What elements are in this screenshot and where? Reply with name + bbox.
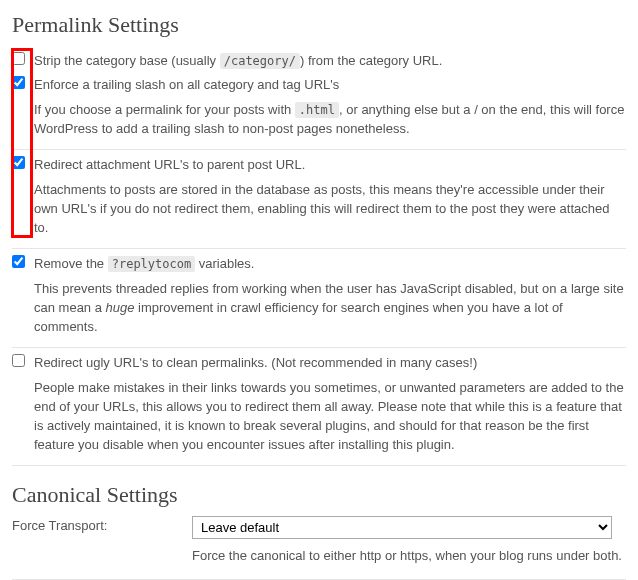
canonical-settings-heading: Canonical Settings [12, 482, 626, 508]
trailing-slash-desc-pre: If you choose a permalink for your posts… [34, 102, 295, 117]
strip-cat-label-pre: Strip the category base (usually [34, 53, 220, 68]
replytocom-label-pre: Remove the [34, 256, 108, 271]
strip-cat-code: /category/ [220, 53, 300, 69]
replytocom-label-post: variables. [195, 256, 254, 271]
redirect-attachment-desc: Attachments to posts are stored in the d… [34, 181, 626, 238]
force-transport-label: Force Transport: [12, 516, 192, 533]
force-transport-select[interactable]: Leave default [192, 516, 612, 539]
redirect-ugly-checkbox[interactable] [12, 354, 25, 367]
option-redirect-attachment: Redirect attachment URL's to parent post… [12, 150, 626, 249]
force-transport-desc: Force the canonical to either http or ht… [192, 547, 622, 565]
highlight-box [11, 48, 33, 238]
replytocom-desc-em: huge [106, 300, 135, 315]
option-redirect-ugly: Redirect ugly URL's to clean permalinks.… [12, 348, 626, 466]
option-remove-replytocom: Remove the ?replytocom variables. This p… [12, 249, 626, 348]
redirect-attachment-label: Redirect attachment URL's to parent post… [34, 156, 626, 174]
option-strip-category: Strip the category base (usually /catego… [12, 46, 626, 70]
option-trailing-slash: Enforce a trailing slash on all category… [12, 70, 626, 150]
remove-replytocom-checkbox[interactable] [12, 255, 25, 268]
replytocom-code: ?replytocom [108, 256, 195, 272]
redirect-ugly-label: Redirect ugly URL's to clean permalinks.… [34, 354, 626, 372]
strip-cat-label-post: ) from the category URL. [300, 53, 442, 68]
force-transport-row: Force Transport: Leave default Force the… [12, 516, 626, 580]
trailing-slash-code: .html [295, 102, 339, 118]
permalink-settings-heading: Permalink Settings [12, 12, 626, 38]
redirect-ugly-desc: People make mistakes in their links towa… [34, 379, 626, 454]
trailing-slash-label: Enforce a trailing slash on all category… [34, 76, 626, 94]
